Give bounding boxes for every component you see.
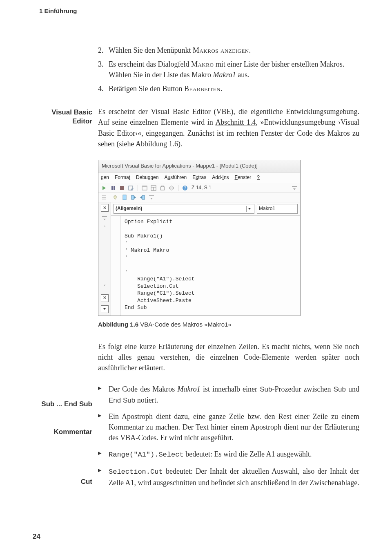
- main-column: 2. Wählen Sie den Menüpunkt Makros anzei…: [98, 45, 359, 488]
- menu-addins[interactable]: Add-Ins: [212, 174, 229, 181]
- bookmark-toggle-icon[interactable]: [121, 194, 128, 201]
- svg-marker-27: [103, 219, 106, 220]
- margin-note-vbe: Visual Basic Editor: [35, 108, 92, 126]
- hand-icon[interactable]: [112, 194, 119, 201]
- vbe-left-dock: ✕ ˄ ˅ ✕: [98, 202, 111, 316]
- page-number: 24: [33, 533, 40, 541]
- step-text: Wählen Sie den Menüpunkt Makros anzeigen…: [109, 46, 251, 54]
- project-explorer-icon[interactable]: [141, 185, 148, 191]
- svg-rect-6: [142, 186, 147, 187]
- svg-text:?: ?: [184, 186, 186, 190]
- scroll-down-icon[interactable]: ˅: [103, 284, 106, 291]
- svg-marker-28: [103, 308, 106, 310]
- dropdown-pane-icon[interactable]: [101, 305, 109, 313]
- vbe-window: Microsoft Visual Basic for Applications …: [98, 160, 301, 316]
- step-3: 3. Es erscheint das Dialogfeld Makro mit…: [98, 59, 359, 80]
- menu-fenster[interactable]: Fenster: [235, 174, 252, 181]
- followup-paragraph: Es folgt eine kurze Erläuterung der einz…: [98, 341, 359, 373]
- toolbar2-overflow-icon[interactable]: [148, 194, 155, 201]
- step-number: 4.: [98, 83, 104, 94]
- object-browser-icon[interactable]: [168, 185, 175, 191]
- svg-marker-29: [248, 208, 251, 210]
- numbered-steps: 2. Wählen Sie den Menüpunkt Makros anzei…: [98, 45, 359, 94]
- menu-gen[interactable]: gen: [101, 174, 109, 181]
- svg-rect-24: [149, 195, 154, 196]
- vbe-titlebar: Microsoft Visual Basic for Applications …: [98, 160, 300, 172]
- step-text: Es erscheint das Dialogfeld Makro mit ei…: [109, 60, 344, 79]
- svg-marker-0: [102, 186, 106, 190]
- svg-rect-2: [114, 186, 115, 190]
- step-4: 4. Betätigen Sie den Button Bearbeiten.: [98, 83, 359, 94]
- svg-rect-1: [111, 186, 113, 190]
- vbe-toolbar: ? Z 14, S 1: [98, 183, 300, 193]
- close-pane2-icon[interactable]: ✕: [101, 294, 109, 302]
- svg-rect-3: [120, 186, 124, 190]
- margin-note-kommentar: Kommentar: [35, 428, 92, 437]
- running-head: 1 Einführung: [39, 7, 77, 14]
- chevron-down-icon[interactable]: [246, 206, 252, 212]
- bullet-kommentar: Ein Apostroph dient dazu, eine ganze Zei…: [98, 411, 359, 443]
- cursor-position: Z 14, S 1: [192, 184, 212, 191]
- menu-format[interactable]: Format: [115, 174, 130, 181]
- toolbox-icon[interactable]: [159, 185, 166, 191]
- margin-note-sub: Sub ... End Sub: [35, 400, 92, 409]
- step-number: 3.: [98, 59, 104, 69]
- object-combo[interactable]: (Allgemein): [114, 204, 254, 213]
- dock-overflow-icon[interactable]: [101, 215, 108, 222]
- object-combo-value: (Allgemein): [116, 205, 142, 212]
- bullet-list: Der Code des Makros Makro1 ist innerhalb…: [98, 384, 359, 488]
- svg-rect-14: [292, 186, 297, 187]
- scroll-up-icon[interactable]: ˄: [103, 225, 106, 232]
- play-icon[interactable]: [101, 185, 107, 191]
- svg-marker-21: [134, 196, 136, 199]
- stop-icon[interactable]: [119, 185, 125, 191]
- design-mode-icon[interactable]: [128, 185, 134, 191]
- menu-ausfuehren[interactable]: Ausführen: [164, 174, 187, 181]
- figure-caption: Abbildung 1.6 VBA-Code des Makros »Makro…: [98, 320, 359, 329]
- toolbar-overflow-icon[interactable]: [291, 185, 298, 191]
- caption-text: VBA-Code des Makros »Makro1«: [138, 321, 232, 328]
- menu-extras[interactable]: Extras: [192, 174, 206, 181]
- intro-paragraph: Es erscheint der Visual Basic Editor (VB…: [98, 106, 359, 149]
- margin-note-cut: Cut: [35, 477, 92, 486]
- page: 1 Einführung Visual Basic Editor Sub ...…: [0, 0, 392, 553]
- procedure-combo[interactable]: Makro1: [257, 204, 298, 213]
- properties-icon[interactable]: [150, 185, 157, 191]
- vbe-code-pane: (Allgemein) Makro1 Option Explicit Sub M…: [111, 202, 300, 316]
- pause-icon[interactable]: [110, 185, 116, 191]
- step-2: 2. Wählen Sie den Menüpunkt Makros anzei…: [98, 45, 359, 56]
- bullet-selection-cut: Selection.Cut bedeutet: Der Inhalt der a…: [98, 466, 359, 488]
- vbe-toolbar-secondary: [98, 193, 300, 202]
- close-pane-icon[interactable]: ✕: [101, 204, 109, 212]
- svg-marker-15: [293, 188, 296, 190]
- bookmark-prev-icon[interactable]: [139, 194, 146, 201]
- bullet-range-select: Range("A1").Select bedeutet: Es wird die…: [98, 449, 359, 460]
- procedure-combo-value: Makro1: [259, 205, 275, 212]
- step-number: 2.: [98, 45, 104, 56]
- indent-icon[interactable]: [101, 194, 107, 201]
- menu-debuggen[interactable]: Debuggen: [136, 174, 158, 181]
- caption-label: Abbildung 1.6: [98, 321, 138, 328]
- svg-rect-19: [123, 195, 126, 200]
- menu-help[interactable]: ?: [257, 174, 260, 181]
- bookmark-next-icon[interactable]: [130, 194, 137, 201]
- help-icon[interactable]: ?: [182, 185, 188, 191]
- vbe-code-text[interactable]: Option Explicit Sub Makro1() ' ' Makro1 …: [120, 216, 199, 316]
- vbe-menubar: gen Format Debuggen Ausführen Extras Add…: [98, 172, 300, 183]
- svg-rect-20: [131, 195, 134, 199]
- svg-marker-25: [150, 198, 153, 199]
- svg-rect-26: [102, 216, 107, 217]
- svg-rect-22: [142, 195, 145, 199]
- svg-marker-23: [140, 196, 142, 199]
- step-text: Betätigen Sie den Button Bearbeiten.: [109, 85, 223, 93]
- code-gutter: [111, 216, 120, 316]
- bullet-sub-endsub: Der Code des Makros Makro1 ist innerhalb…: [98, 384, 359, 405]
